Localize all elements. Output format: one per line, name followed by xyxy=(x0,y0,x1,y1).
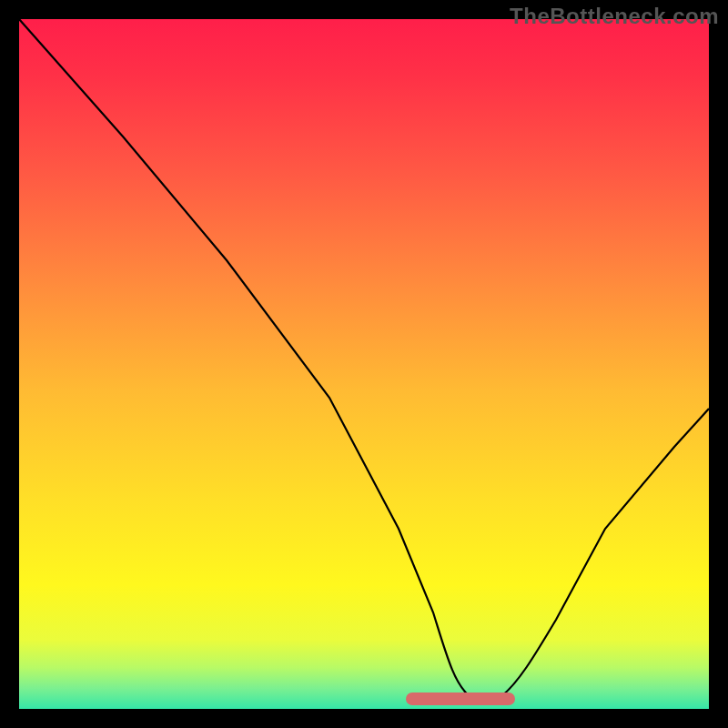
plot-area xyxy=(19,19,709,709)
curve-path xyxy=(19,19,709,701)
chart-frame: TheBottleneck.com xyxy=(0,0,728,728)
watermark-text: TheBottleneck.com xyxy=(510,4,719,29)
bottleneck-curve xyxy=(19,19,709,709)
optimal-range-marker xyxy=(406,693,515,705)
